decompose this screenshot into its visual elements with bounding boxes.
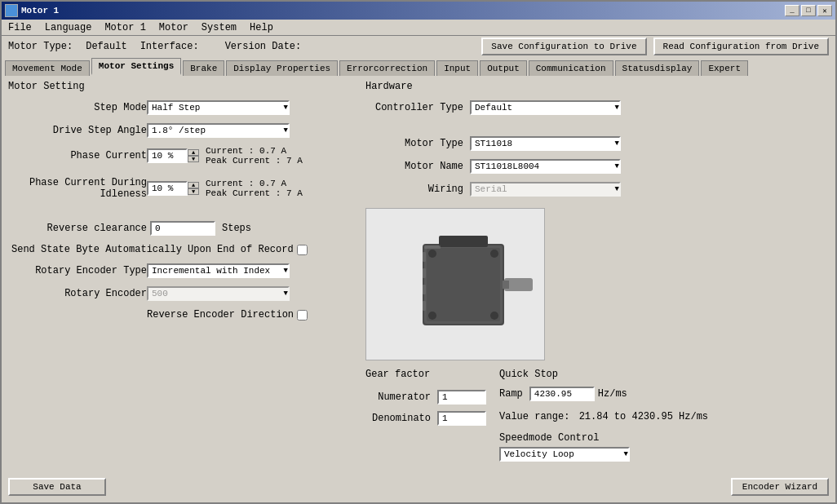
svg-rect-11 (423, 268, 426, 278)
tab-input[interactable]: Input (436, 60, 478, 76)
phase-current-row: Phase Current ▲ ▼ Current : 0.7 A Peak C… (8, 146, 359, 166)
motor-type-hw-group: Motor Type ST11018 ▼ (365, 136, 829, 151)
menu-system[interactable]: System (195, 20, 243, 35)
menu-language[interactable]: Language (38, 20, 99, 35)
numerator-label: Numerator (365, 391, 431, 403)
motor-type-hw-label: Motor Type (365, 138, 463, 149)
numerator-group: Numerator (365, 390, 486, 405)
save-config-button[interactable]: Save Configuration to Drive (481, 38, 646, 55)
speedmode-select-wrapper: Velocity Loop Open Loop ▼ (499, 447, 630, 462)
drive-step-angle-select-wrapper: 1.8° /step 0.9° /step ▼ (147, 123, 290, 138)
menu-help[interactable]: Help (243, 20, 280, 35)
tab-brake[interactable]: Brake (183, 60, 224, 76)
motor-type-value: Default (86, 41, 126, 52)
tab-statusdisplay[interactable]: Statusdisplay (615, 60, 700, 76)
phase-current-input[interactable] (147, 148, 188, 163)
svg-rect-9 (439, 236, 488, 247)
reverse-clearance-input[interactable] (150, 221, 215, 236)
speedmode-select[interactable]: Velocity Loop Open Loop (499, 447, 630, 462)
step-mode-group: Step Mode Half Step Full Step Quarter St… (8, 100, 359, 115)
svg-rect-13 (423, 301, 426, 311)
phase-current-info: Current : 0.7 A Peak Current : 7 A (206, 146, 303, 166)
rotary-encoder-type-select-wrapper: Incremental with Index Absolute None ▼ (147, 263, 290, 278)
tab-output[interactable]: Output (480, 60, 527, 76)
phase-current-group: Phase Current ▲ ▼ Current : 0.7 A Peak C… (8, 146, 359, 169)
phase-current-idleness-info: Current : 0.7 A Peak Current : 7 A (206, 179, 303, 198)
phase-current-idleness-row: Phase Current During Idleness ▲ ▼ Curren… (8, 177, 359, 200)
ramp-label: Ramp (499, 388, 523, 400)
steps-unit: Steps (222, 223, 251, 234)
reverse-encoder-checkbox[interactable] (297, 310, 308, 321)
phase-current-idleness-input[interactable] (147, 181, 188, 196)
title-bar-left: Motor 1 (5, 4, 59, 17)
read-config-button[interactable]: Read Configuration from Drive (653, 38, 829, 55)
value-range-label: Value range: (499, 411, 569, 422)
title-bar: Motor 1 _ □ ✕ (2, 2, 835, 20)
motor-name-select-wrapper: ST11018L8004 ▼ (470, 159, 621, 174)
phase-current-down[interactable]: ▼ (188, 156, 199, 162)
wiring-select[interactable]: Serial (470, 182, 621, 197)
tab-display-properties[interactable]: Display Properties (226, 60, 338, 76)
current2-value: Current : 0.7 A (206, 179, 303, 188)
quick-stop-label: Quick Stop (499, 369, 708, 380)
numerator-input[interactable] (437, 390, 486, 405)
speedmode-label: Speedmode Control (499, 432, 599, 444)
phase-current-idleness-up[interactable]: ▲ (188, 182, 199, 188)
rotary-encoder-select[interactable]: 500 1000 (147, 286, 290, 301)
phase-current-idleness-down[interactable]: ▼ (188, 188, 199, 195)
rotary-encoder-type-group: Rotary Encoder Type Incremental with Ind… (8, 263, 359, 278)
send-state-group: Send State Byte Automatically Upon End o… (11, 244, 359, 255)
peak-current-value: Peak Current : 7 A (206, 156, 303, 166)
phase-current-up[interactable]: ▲ (188, 149, 199, 156)
tab-communication[interactable]: Communication (529, 60, 613, 76)
motor-setting-label: Motor Setting (8, 81, 359, 92)
tab-errorcorrection[interactable]: Errorcorrection (339, 60, 435, 76)
step-mode-label: Step Mode (8, 102, 147, 113)
send-state-checkbox[interactable] (297, 245, 308, 255)
send-state-label: Send State Byte Automatically Upon End o… (11, 244, 294, 255)
tab-expert[interactable]: Expert (701, 60, 748, 76)
reverse-encoder-label: Reverse Encoder Direction (147, 309, 294, 321)
menu-motor[interactable]: Motor (153, 20, 195, 35)
rotary-encoder-select-wrapper: 500 1000 ▼ (147, 286, 290, 301)
encoder-wizard-button[interactable]: Encoder Wizard (731, 478, 829, 496)
denominator-label: Denominato (365, 413, 431, 424)
version-date-label: Version Date: (225, 41, 302, 52)
info-bar: Motor Type: Default Interface: Version D… (2, 36, 835, 57)
close-button[interactable]: ✕ (817, 5, 832, 16)
ramp-input[interactable] (529, 387, 595, 401)
reverse-clearance-label: Reverse clearance (8, 223, 147, 234)
drive-step-angle-group: Drive Step Angle 1.8° /step 0.9° /step ▼ (8, 123, 359, 138)
denominator-input[interactable] (437, 411, 486, 426)
interface-label: Interface: (140, 41, 199, 52)
rotary-encoder-type-select[interactable]: Incremental with Index Absolute None (147, 263, 290, 278)
save-data-button[interactable]: Save Data (8, 478, 106, 496)
menu-file[interactable]: File (2, 20, 38, 35)
tabs-bar: Movement Mode Motor Settings Brake Displ… (2, 57, 835, 76)
speedmode-group: Velocity Loop Open Loop ▼ (499, 447, 708, 462)
right-panel: Hardware Controller Type Default ▼ Motor… (365, 81, 829, 465)
svg-rect-14 (424, 245, 441, 249)
tab-motor-settings[interactable]: Motor Settings (91, 58, 181, 75)
motor-name-select[interactable]: ST11018L8004 (470, 159, 621, 174)
drive-step-angle-select[interactable]: 1.8° /step 0.9° /step (147, 123, 290, 138)
maximize-button[interactable]: □ (801, 5, 816, 16)
app-icon (5, 4, 18, 17)
controller-type-select[interactable]: Default (470, 100, 621, 115)
tab-movement-mode[interactable]: Movement Mode (5, 60, 90, 76)
menu-motor1[interactable]: Motor 1 (98, 20, 152, 35)
motor-name-group: Motor Name ST11018L8004 ▼ (365, 159, 829, 174)
step-mode-select[interactable]: Half Step Full Step Quarter Step (147, 100, 290, 115)
motor-type-hw-select[interactable]: ST11018 (470, 136, 621, 151)
svg-point-3 (428, 250, 436, 258)
bottom-row: Gear factor Numerator Denominato Quick S… (365, 369, 829, 465)
minimize-button[interactable]: _ (785, 5, 799, 16)
motor-svg (374, 211, 537, 358)
motor-type-label: Motor Type: (8, 41, 73, 52)
drive-step-angle-label: Drive Step Angle (8, 125, 147, 136)
svg-rect-12 (423, 285, 426, 294)
hardware-label: Hardware (365, 81, 829, 92)
reverse-clearance-group: Reverse clearance Steps (8, 221, 359, 236)
phase-current-idleness-label: Phase Current During Idleness (8, 177, 147, 200)
gear-factor-label: Gear factor (365, 369, 486, 380)
